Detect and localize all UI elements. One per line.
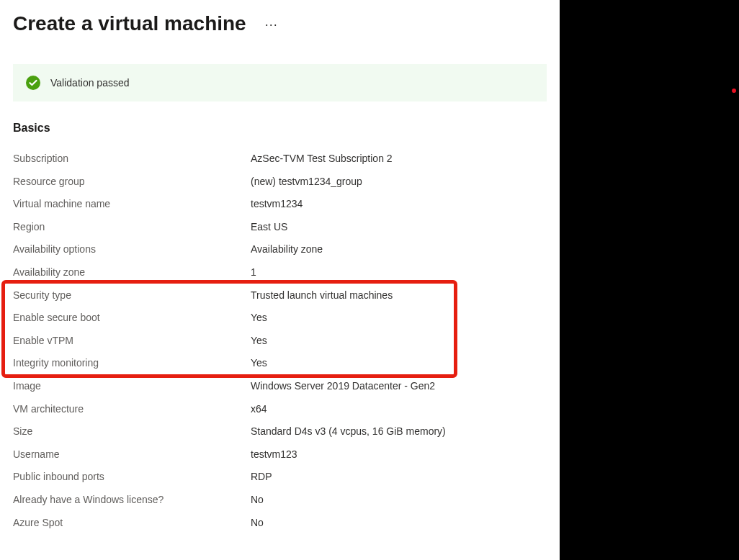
field-row-public-inbound-ports: Public inbound ports RDP [13, 466, 547, 489]
field-label: Enable secure boot [13, 311, 251, 325]
field-label: Region [13, 220, 251, 235]
field-row-vm-name: Virtual machine name testvm1234 [13, 193, 547, 216]
check-circle-icon [26, 76, 40, 90]
field-row-azure-spot: Azure Spot No [13, 512, 547, 535]
field-label: Security type [13, 289, 251, 303]
field-row-username: Username testvm123 [13, 443, 547, 466]
field-label: Azure Spot [13, 516, 251, 530]
field-row-availability-zone: Availability zone 1 [13, 261, 547, 284]
validation-banner: Validation passed [13, 64, 547, 101]
field-value: RDP [251, 470, 547, 484]
basics-section-title: Basics [13, 122, 547, 135]
field-label: Image [13, 379, 251, 394]
field-value: No [251, 493, 547, 507]
field-row-secure-boot: Enable secure boot Yes [13, 307, 547, 330]
field-label: Public inbound ports [13, 470, 251, 484]
field-label: Username [13, 448, 251, 462]
field-value: Standard D4s v3 (4 vcpus, 16 GiB memory) [251, 425, 547, 439]
black-sidebar [560, 0, 739, 560]
field-label: Already have a Windows license? [13, 493, 251, 507]
field-label: Subscription [13, 152, 251, 166]
field-row-vtpm: Enable vTPM Yes [13, 330, 547, 353]
field-value: East US [251, 220, 547, 235]
field-row-resource-group: Resource group (new) testvm1234_group [13, 171, 547, 194]
field-row-size: Size Standard D4s v3 (4 vcpus, 16 GiB me… [13, 420, 547, 443]
field-row-vm-architecture: VM architecture x64 [13, 398, 547, 421]
field-value: AzSec-TVM Test Subscription 2 [251, 152, 547, 166]
field-label: Availability zone [13, 266, 251, 280]
field-value: (new) testvm1234_group [251, 175, 547, 189]
field-label: VM architecture [13, 402, 251, 417]
field-row-subscription: Subscription AzSec-TVM Test Subscription… [13, 148, 547, 171]
field-value: Yes [251, 356, 547, 371]
field-value: testvm1234 [251, 197, 547, 212]
page-title: Create a virtual machine [13, 12, 246, 35]
red-dot-indicator [732, 89, 736, 93]
field-value: Yes [251, 311, 547, 325]
page-header: Create a virtual machine ··· [0, 0, 560, 42]
field-value: No [251, 516, 547, 530]
field-row-image: Image Windows Server 2019 Datacenter - G… [13, 375, 547, 398]
field-label: Size [13, 425, 251, 439]
field-value: Availability zone [251, 243, 547, 257]
field-value: x64 [251, 402, 547, 417]
field-row-availability-options: Availability options Availability zone [13, 238, 547, 261]
field-label: Availability options [13, 243, 251, 257]
field-value: 1 [251, 266, 547, 280]
field-value: Windows Server 2019 Datacenter - Gen2 [251, 379, 547, 394]
field-row-region: Region East US [13, 216, 547, 239]
validation-message: Validation passed [50, 77, 129, 89]
field-row-security-type: Security type Trusted launch virtual mac… [13, 284, 547, 307]
field-label: Enable vTPM [13, 334, 251, 348]
field-label: Integrity monitoring [13, 356, 251, 371]
field-value: Trusted launch virtual machines [251, 289, 547, 303]
basics-section: Basics Subscription AzSec-TVM Test Subsc… [0, 101, 560, 534]
field-row-integrity-monitoring: Integrity monitoring Yes [13, 352, 547, 375]
field-label: Resource group [13, 175, 251, 189]
field-value: Yes [251, 334, 547, 348]
more-actions-button[interactable]: ··· [259, 14, 284, 35]
field-label: Virtual machine name [13, 197, 251, 212]
main-panel: Create a virtual machine ··· Validation … [0, 0, 560, 560]
basics-field-grid: Subscription AzSec-TVM Test Subscription… [13, 148, 547, 534]
field-row-windows-license: Already have a Windows license? No [13, 489, 547, 512]
field-value: testvm123 [251, 448, 547, 462]
